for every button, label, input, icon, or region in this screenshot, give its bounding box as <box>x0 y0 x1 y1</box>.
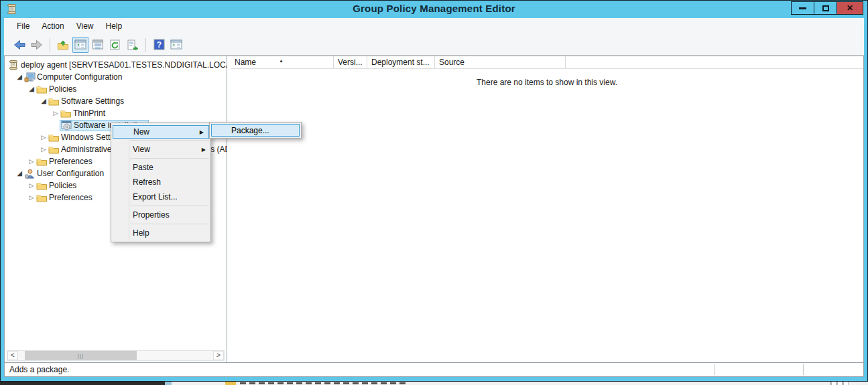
toolbar-separator <box>145 38 146 52</box>
console-tree-icon <box>74 40 86 50</box>
folder-icon <box>48 96 60 106</box>
menu-file[interactable]: File <box>11 19 36 33</box>
window-controls: ✕ <box>791 1 863 15</box>
software-installation-icon <box>60 121 72 131</box>
status-text: Adds a package. <box>9 365 69 374</box>
scrollbar-thumb[interactable]: ||| <box>25 351 137 360</box>
tree-item-policies[interactable]: ◢ Policies <box>5 83 227 95</box>
scroll-right-button[interactable]: > <box>213 351 224 360</box>
menu-item-package[interactable]: Package... <box>211 124 300 137</box>
background-fragment <box>0 382 165 385</box>
menu-item-view[interactable]: View ▶ <box>111 142 210 157</box>
menu-action[interactable]: Action <box>36 19 70 33</box>
expander-collapsed-icon[interactable]: ▷ <box>52 110 60 117</box>
scrollbar-track[interactable]: ||| <box>18 351 213 360</box>
folder-icon <box>36 193 48 202</box>
menu-item-export-list[interactable]: Export List... <box>111 189 210 204</box>
statusbar-divider <box>715 364 715 375</box>
expander-expanded-icon[interactable]: ◢ <box>15 74 23 80</box>
sort-ascending-icon: ▲ <box>279 58 284 63</box>
tree-item-label: Preferences <box>48 193 92 202</box>
menu-help[interactable]: Help <box>100 19 129 33</box>
menu-item-help[interactable]: Help <box>111 226 210 240</box>
desktop: Group Policy Management Editor ✕ File Ac… <box>0 0 868 385</box>
column-header-name[interactable]: Name ▲ <box>231 56 334 68</box>
column-label: Name <box>235 58 256 67</box>
properties-button[interactable] <box>90 37 106 53</box>
folder-icon-fragment <box>225 382 236 385</box>
menu-item-label: Export List... <box>133 192 178 202</box>
folder-icon <box>36 157 48 166</box>
close-icon: ✕ <box>847 4 853 12</box>
new-submenu: Package... <box>209 122 302 139</box>
tree-item-software-settings[interactable]: ◢ Software Settings <box>5 95 227 107</box>
tree-item-gpo-root[interactable]: deploy agent [SERVTESAD01.TESTES.NDDIGIT… <box>5 59 227 71</box>
action-pane-icon <box>170 40 182 50</box>
tree-item-thinprint[interactable]: ▷ ThinPrint <box>5 107 227 119</box>
close-button[interactable]: ✕ <box>837 2 863 14</box>
tree-item-computer-configuration[interactable]: ◢ Computer Configuration <box>5 71 227 83</box>
menu-item-paste[interactable]: Paste <box>111 160 210 175</box>
scrollbar-grip-icon: ||| <box>78 353 84 359</box>
tree-item-label: User Configuration <box>36 169 104 178</box>
folder-icon <box>60 108 72 118</box>
expander-collapsed-icon[interactable]: ▷ <box>27 183 36 189</box>
menu-separator <box>130 206 209 206</box>
horizontal-scrollbar[interactable]: < ||| > <box>7 350 225 361</box>
results-pane: Name ▲ Versi... Deployment st... Source <box>231 56 863 362</box>
menu-item-refresh[interactable]: Refresh <box>111 175 210 189</box>
menu-item-label: View <box>133 145 150 154</box>
up-one-level-icon <box>57 40 69 50</box>
tree-item-label: ThinPrint <box>72 108 105 118</box>
list-header: Name ▲ Versi... Deployment st... Source <box>231 56 863 69</box>
expander-expanded-icon[interactable]: ◢ <box>40 98 48 104</box>
context-menu: New ▶ View ▶ Paste Refresh Export List..… <box>111 123 211 242</box>
empty-list-message: There are no items to show in this view. <box>231 69 863 87</box>
back-button[interactable] <box>11 37 27 53</box>
background-text-fragment <box>240 382 408 384</box>
column-header-version[interactable]: Versi... <box>334 56 367 68</box>
expander-collapsed-icon[interactable]: ▷ <box>40 135 48 141</box>
tree-item-label: Preferences <box>48 157 92 166</box>
column-header-deployment-state[interactable]: Deployment st... <box>367 56 435 68</box>
maximize-button[interactable] <box>814 2 837 14</box>
expander-collapsed-icon[interactable]: ▷ <box>40 147 48 153</box>
statusbar-divider <box>803 364 804 375</box>
expander-expanded-icon[interactable]: ◢ <box>27 86 36 92</box>
menu-separator <box>130 224 209 224</box>
up-one-level-button[interactable] <box>55 37 71 53</box>
menu-item-label: Properties <box>133 210 170 220</box>
show-action-pane-button[interactable] <box>168 37 184 53</box>
back-icon <box>13 39 26 51</box>
scroll-left-button[interactable]: < <box>7 351 18 360</box>
help-icon: ? <box>153 39 165 50</box>
minimize-button[interactable] <box>792 2 814 14</box>
forward-button[interactable] <box>29 37 45 53</box>
minimize-icon <box>799 7 806 9</box>
folder-icon <box>36 84 48 94</box>
background-fragment <box>830 382 849 385</box>
expander-expanded-icon[interactable]: ◢ <box>15 170 23 177</box>
menu-item-new[interactable]: New ▶ <box>113 125 209 139</box>
tree-item-label: Policies <box>48 84 76 94</box>
expander-collapsed-icon[interactable]: ▷ <box>27 195 36 201</box>
menu-item-properties[interactable]: Properties <box>111 208 210 222</box>
maximize-icon <box>822 5 829 11</box>
background-window-fragment <box>0 382 868 385</box>
menu-view[interactable]: View <box>70 19 100 33</box>
expander-collapsed-icon[interactable]: ▷ <box>27 159 36 165</box>
show-console-tree-button[interactable] <box>72 37 88 53</box>
help-button[interactable]: ? <box>151 37 167 53</box>
refresh-button[interactable] <box>107 37 123 53</box>
column-label: Versi... <box>338 58 363 67</box>
menu-item-label: Refresh <box>133 177 161 187</box>
menu-separator <box>130 140 209 141</box>
titlebar[interactable]: Group Policy Management Editor ✕ <box>1 1 867 17</box>
menu-item-label: Help <box>133 228 149 238</box>
toolbar-separator <box>50 38 50 52</box>
gpo-scroll-icon <box>7 60 19 70</box>
column-header-source[interactable]: Source <box>435 56 566 68</box>
forward-icon <box>30 39 44 51</box>
export-list-button[interactable] <box>125 37 141 53</box>
window-title: Group Policy Management Editor <box>1 3 867 14</box>
